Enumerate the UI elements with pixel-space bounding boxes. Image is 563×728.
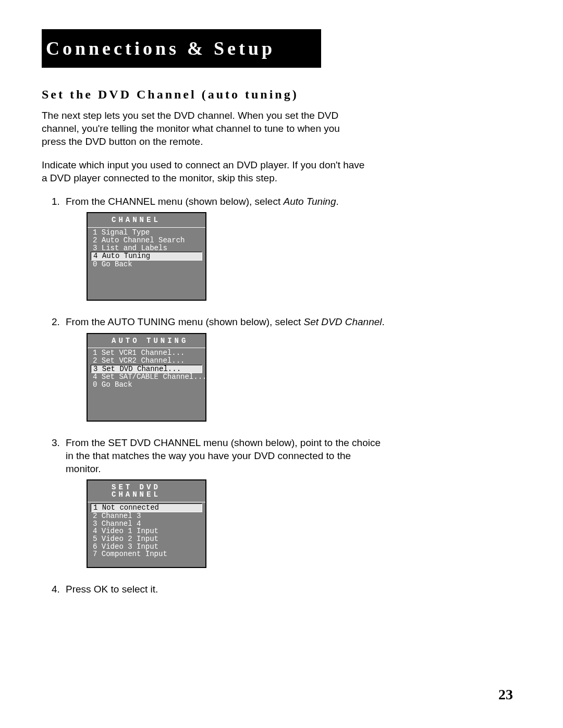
step-3: From the SET DVD CHANNEL menu (shown bel… bbox=[63, 436, 386, 568]
menu-channel: CHANNEL1 Signal Type2 Auto Channel Searc… bbox=[87, 212, 206, 301]
menu-autotuning-item[interactable]: 0 Go Back bbox=[88, 381, 205, 389]
menu-setdvd-item[interactable]: 4 Video 1 Input bbox=[88, 527, 205, 535]
page: Connections & Setup Set the DVD Channel … bbox=[0, 0, 563, 728]
section-title: Set the DVD Channel (auto tuning) bbox=[42, 88, 521, 102]
menu-autotuning-item-selected[interactable]: 3 Set DVD Channel... bbox=[91, 365, 202, 374]
menu-channel-item[interactable]: 0 Go Back bbox=[88, 261, 205, 268]
steps-list: From the CHANNEL menu (shown below), sel… bbox=[42, 195, 386, 595]
step-2-text-pre: From the AUTO TUNING menu (shown below),… bbox=[66, 316, 304, 327]
menu-setdvd: SET DVD CHANNEL1 Not connected2 Channel … bbox=[87, 479, 206, 568]
menu-setdvd-wrap: SET DVD CHANNEL1 Not connected2 Channel … bbox=[87, 479, 386, 568]
menu-autotuning-body: 1 Set VCR1 Channel...2 Set VCR2 Channel.… bbox=[88, 348, 205, 388]
menu-setdvd-item-selected[interactable]: 1 Not connected bbox=[91, 503, 202, 512]
step-2-emphasis: Set DVD Channel bbox=[304, 316, 382, 327]
menu-channel-wrap: CHANNEL1 Signal Type2 Auto Channel Searc… bbox=[87, 212, 386, 301]
step-1-emphasis: Auto Tuning bbox=[283, 196, 336, 207]
menu-autotuning-wrap: AUTO TUNING1 Set VCR1 Channel...2 Set VC… bbox=[87, 333, 386, 422]
menu-setdvd-item[interactable]: 5 Video 2 Input bbox=[88, 535, 205, 543]
menu-channel-item[interactable]: 1 Signal Type bbox=[88, 229, 205, 237]
intro-paragraph-1: The next step lets you set the DVD chann… bbox=[42, 109, 365, 148]
menu-channel-item-selected[interactable]: 4 Auto Tuning bbox=[91, 252, 202, 261]
step-2-text-post: . bbox=[382, 316, 384, 327]
step-4-text: Press OK to select it. bbox=[66, 584, 158, 595]
menu-channel-item[interactable]: 2 Auto Channel Search bbox=[88, 237, 205, 244]
step-2: From the AUTO TUNING menu (shown below),… bbox=[63, 315, 386, 421]
menu-setdvd-item[interactable]: 3 Channel 4 bbox=[88, 520, 205, 528]
chapter-banner: Connections & Setup bbox=[42, 29, 321, 68]
menu-autotuning-item[interactable]: 1 Set VCR1 Channel... bbox=[88, 349, 205, 357]
intro-paragraph-2: Indicate which input you used to connect… bbox=[42, 158, 365, 184]
menu-channel-item[interactable]: 3 List and Labels bbox=[88, 244, 205, 252]
menu-autotuning-item[interactable]: 4 Set SAT/CABLE Channel... bbox=[88, 373, 205, 381]
menu-autotuning-item[interactable]: 2 Set VCR2 Channel... bbox=[88, 357, 205, 365]
step-4: Press OK to select it. bbox=[63, 583, 386, 596]
menu-setdvd-item[interactable]: 6 Video 3 Input bbox=[88, 543, 205, 551]
page-number: 23 bbox=[498, 686, 513, 703]
menu-autotuning-title: AUTO TUNING bbox=[88, 334, 205, 348]
menu-setdvd-item[interactable]: 2 Channel 3 bbox=[88, 512, 205, 520]
step-1: From the CHANNEL menu (shown below), sel… bbox=[63, 195, 386, 301]
menu-channel-title: CHANNEL bbox=[88, 213, 205, 227]
step-3-text: From the SET DVD CHANNEL menu (shown bel… bbox=[66, 437, 381, 474]
step-1-text-pre: From the CHANNEL menu (shown below), sel… bbox=[66, 196, 283, 207]
menu-setdvd-body: 1 Not connected2 Channel 33 Channel 44 V… bbox=[88, 502, 205, 558]
menu-channel-body: 1 Signal Type2 Auto Channel Search3 List… bbox=[88, 227, 205, 268]
menu-setdvd-title: SET DVD CHANNEL bbox=[88, 480, 205, 502]
step-1-text-post: . bbox=[336, 196, 339, 207]
menu-autotuning: AUTO TUNING1 Set VCR1 Channel...2 Set VC… bbox=[87, 333, 206, 422]
menu-setdvd-item[interactable]: 7 Component Input bbox=[88, 550, 205, 558]
